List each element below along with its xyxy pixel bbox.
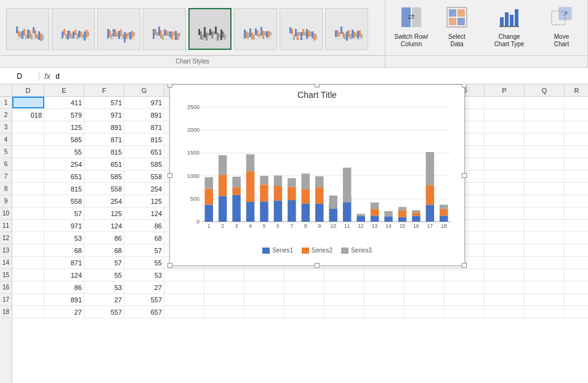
change-chart-type-button[interactable]: ChangeChart Type: [487, 5, 531, 49]
cell-f3[interactable]: 891: [84, 121, 124, 133]
cell-empty[interactable]: [525, 232, 565, 244]
cell-empty[interactable]: [525, 257, 565, 268]
cell-g14[interactable]: 55: [124, 257, 164, 268]
cell-empty[interactable]: [284, 306, 324, 318]
cell-empty[interactable]: [324, 269, 364, 281]
cell-d5[interactable]: [12, 146, 44, 158]
cell-empty[interactable]: [525, 195, 565, 207]
cell-empty[interactable]: [244, 294, 284, 305]
chart-style-2[interactable]: [52, 8, 95, 50]
cell-d14[interactable]: [12, 257, 44, 268]
cell-empty[interactable]: [244, 306, 284, 318]
cell-d16[interactable]: [12, 281, 44, 293]
formula-input[interactable]: [55, 72, 586, 81]
cell-d11[interactable]: [12, 220, 44, 232]
cell-empty[interactable]: [565, 109, 588, 121]
cell-d2[interactable]: 018: [12, 109, 44, 121]
cell-empty[interactable]: [364, 269, 405, 281]
cell-e1[interactable]: 411: [44, 97, 84, 108]
cell-empty[interactable]: [565, 220, 588, 232]
cell-empty[interactable]: [445, 306, 485, 318]
chart-container[interactable]: Chart Title 0500100015002000250012345678…: [169, 97, 465, 266]
cell-empty[interactable]: [485, 220, 525, 232]
cell-empty[interactable]: [405, 306, 445, 318]
cell-g17[interactable]: 557: [124, 294, 164, 305]
switch-row-column-button[interactable]: ⇄ Switch Row/Column: [389, 5, 433, 49]
cell-empty[interactable]: [565, 257, 588, 268]
cell-g2[interactable]: 891: [124, 109, 164, 121]
cell-empty[interactable]: [445, 281, 485, 293]
cell-empty[interactable]: [485, 281, 525, 293]
cell-d9[interactable]: [12, 195, 44, 207]
cell-empty[interactable]: [204, 269, 244, 281]
cell-d15[interactable]: [12, 269, 44, 281]
chart-handle-mr[interactable]: [462, 173, 467, 178]
chart-handle-br[interactable]: [462, 263, 467, 268]
cell-empty[interactable]: [565, 244, 588, 256]
cell-reference[interactable]: D: [2, 72, 39, 81]
cell-g12[interactable]: 68: [124, 232, 164, 244]
cell-d3[interactable]: [12, 121, 44, 133]
cell-empty[interactable]: [525, 109, 565, 121]
cell-e11[interactable]: 971: [44, 220, 84, 232]
cell-empty[interactable]: [565, 171, 588, 182]
chart-style-1[interactable]: [6, 8, 49, 50]
cell-d12[interactable]: [12, 232, 44, 244]
chart-style-7[interactable]: [280, 8, 323, 50]
cell-empty[interactable]: [204, 306, 244, 318]
cell-empty[interactable]: [525, 183, 565, 195]
cell-e6[interactable]: 254: [44, 158, 84, 170]
cell-f4[interactable]: 871: [84, 134, 124, 145]
cell-f6[interactable]: 651: [84, 158, 124, 170]
cell-g4[interactable]: 815: [124, 134, 164, 145]
cell-empty[interactable]: [485, 257, 525, 268]
cell-e2[interactable]: 579: [44, 109, 84, 121]
cell-empty[interactable]: [485, 244, 525, 256]
cell-e10[interactable]: 57: [44, 208, 84, 219]
cell-e16[interactable]: 86: [44, 281, 84, 293]
cell-empty[interactable]: [485, 109, 525, 121]
cell-f7[interactable]: 585: [84, 171, 124, 182]
cell-g10[interactable]: 124: [124, 208, 164, 219]
cell-e15[interactable]: 124: [44, 269, 84, 281]
cell-empty[interactable]: [244, 269, 284, 281]
cell-d6[interactable]: [12, 158, 44, 170]
cell-g13[interactable]: 57: [124, 244, 164, 256]
cell-empty[interactable]: [525, 244, 565, 256]
cell-f9[interactable]: 254: [84, 195, 124, 207]
cell-empty[interactable]: [565, 208, 588, 219]
cell-g9[interactable]: 125: [124, 195, 164, 207]
cell-e3[interactable]: 125: [44, 121, 84, 133]
cell-empty[interactable]: [244, 281, 284, 293]
cell-empty[interactable]: [485, 294, 525, 305]
cell-f12[interactable]: 86: [84, 232, 124, 244]
chart-style-3[interactable]: [97, 8, 140, 50]
cell-g8[interactable]: 254: [124, 183, 164, 195]
cell-empty[interactable]: [284, 281, 324, 293]
cell-f11[interactable]: 124: [84, 220, 124, 232]
cell-d18[interactable]: [12, 306, 44, 318]
cell-d1[interactable]: [12, 97, 44, 108]
cell-empty[interactable]: [485, 208, 525, 219]
chart-style-4[interactable]: [143, 8, 186, 50]
chart-handle-ml[interactable]: [167, 173, 172, 178]
move-chart-button[interactable]: ↗ MoveChart: [539, 5, 584, 49]
cell-empty[interactable]: [525, 146, 565, 158]
cell-empty[interactable]: [164, 306, 204, 318]
cell-f8[interactable]: 558: [84, 183, 124, 195]
cell-g18[interactable]: 657: [124, 306, 164, 318]
cell-empty[interactable]: [485, 158, 525, 170]
cell-empty[interactable]: [565, 269, 588, 281]
cell-e12[interactable]: 53: [44, 232, 84, 244]
cell-g16[interactable]: 27: [124, 281, 164, 293]
select-data-button[interactable]: SelectData: [435, 5, 479, 49]
chart-style-6[interactable]: [234, 8, 277, 50]
cell-e8[interactable]: 815: [44, 183, 84, 195]
cell-e7[interactable]: 651: [44, 171, 84, 182]
cell-d17[interactable]: [12, 294, 44, 305]
cell-f2[interactable]: 971: [84, 109, 124, 121]
cell-g5[interactable]: 651: [124, 146, 164, 158]
cell-empty[interactable]: [485, 171, 525, 182]
cell-empty[interactable]: [565, 121, 588, 133]
cell-empty[interactable]: [164, 269, 204, 281]
